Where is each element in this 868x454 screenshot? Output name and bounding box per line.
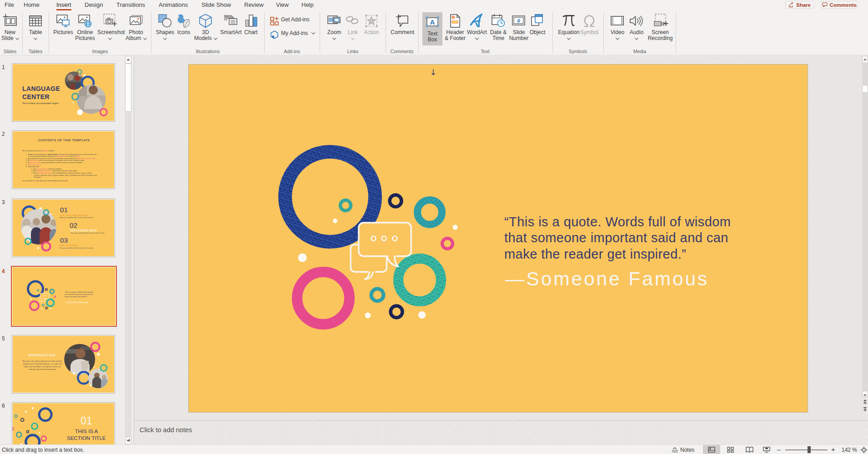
svg-text:A: A [430, 18, 435, 26]
svg-text:#: # [517, 17, 521, 24]
